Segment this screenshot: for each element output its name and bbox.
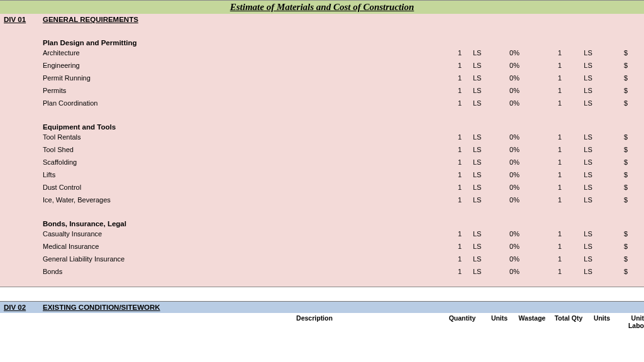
item-wastage: 0% bbox=[499, 133, 530, 141]
group-title: Plan Design and Permitting bbox=[43, 39, 644, 47]
item-cost: $ bbox=[606, 133, 633, 141]
item-description: Medical Insurance bbox=[43, 243, 449, 250]
item-totalqty: 1 bbox=[550, 158, 570, 166]
div01-name: GENERAL REQUIREMENTS bbox=[43, 16, 138, 23]
table-row: Permits1LS0%1LS$ bbox=[43, 84, 644, 97]
col-totalqty: Total Qty bbox=[550, 314, 587, 329]
item-wastage: 0% bbox=[499, 146, 530, 153]
item-totalqty: 1 bbox=[550, 133, 570, 141]
item-wastage: 0% bbox=[499, 87, 530, 94]
table-row: Casualty Insurance1LS0%1LS$ bbox=[43, 228, 644, 240]
item-qty: 1 bbox=[449, 268, 470, 275]
item-cost: $ bbox=[606, 74, 633, 82]
item-cost: $ bbox=[606, 184, 633, 191]
item-description: General Liability Insurance bbox=[43, 255, 449, 263]
item-wastage: 0% bbox=[499, 268, 530, 275]
item-units: LS bbox=[470, 74, 499, 82]
item-units: LS bbox=[470, 158, 499, 166]
item-cost: $ bbox=[606, 87, 633, 94]
item-description: Engineering bbox=[43, 62, 449, 69]
div01-section: DIV 01 GENERAL REQUIREMENTS Plan Design … bbox=[0, 14, 644, 287]
table-row: Ice, Water, Beverages1LS0%1LS$ bbox=[43, 194, 644, 206]
item-totalqty: 1 bbox=[550, 243, 570, 250]
item-qty: 1 bbox=[449, 74, 470, 82]
table-row: Scaffolding1LS0%1LS$ bbox=[43, 156, 644, 168]
div01-header: DIV 01 GENERAL REQUIREMENTS bbox=[0, 14, 644, 25]
item-qty: 1 bbox=[449, 87, 470, 94]
item-qty: 1 bbox=[449, 171, 470, 178]
table-row: Dust Control1LS0%1LS$ bbox=[43, 181, 644, 194]
item-units: LS bbox=[470, 255, 499, 263]
item-units: LS bbox=[470, 184, 499, 191]
group-title: Bonds, Insurance, Legal bbox=[43, 220, 644, 228]
item-units2: LS bbox=[570, 196, 606, 204]
div02-name: EXISTING CONDITION/SITEWORK bbox=[43, 304, 160, 311]
item-cost: $ bbox=[606, 255, 633, 263]
item-wastage: 0% bbox=[499, 158, 530, 166]
item-description: Permit Running bbox=[43, 74, 449, 82]
item-units2: LS bbox=[570, 146, 606, 153]
div01-code: DIV 01 bbox=[4, 16, 43, 23]
item-units2: LS bbox=[570, 230, 606, 238]
item-description: Plan Coordination bbox=[43, 99, 449, 107]
item-totalqty: 1 bbox=[550, 230, 570, 238]
item-totalqty: 1 bbox=[550, 74, 570, 82]
table-row: Permit Running1LS0%1LS$ bbox=[43, 72, 644, 84]
item-totalqty: 1 bbox=[550, 268, 570, 275]
item-totalqty: 1 bbox=[550, 196, 570, 204]
item-cost: $ bbox=[606, 62, 633, 69]
item-qty: 1 bbox=[449, 133, 470, 141]
item-units: LS bbox=[470, 196, 499, 204]
item-units2: LS bbox=[570, 87, 606, 94]
item-totalqty: 1 bbox=[550, 184, 570, 191]
item-units: LS bbox=[470, 49, 499, 57]
item-units: LS bbox=[470, 243, 499, 250]
item-totalqty: 1 bbox=[550, 255, 570, 263]
item-wastage: 0% bbox=[499, 230, 530, 238]
item-units2: LS bbox=[570, 133, 606, 141]
item-description: Tool Rentals bbox=[43, 133, 449, 141]
group-title: Equipment and Tools bbox=[43, 123, 644, 131]
table-row: Engineering1LS0%1LS$ bbox=[43, 59, 644, 72]
item-qty: 1 bbox=[449, 255, 470, 263]
item-cost: $ bbox=[606, 99, 633, 107]
item-units2: LS bbox=[570, 99, 606, 107]
col-quantity: Quantity bbox=[440, 314, 484, 329]
item-units2: LS bbox=[570, 243, 606, 250]
item-units: LS bbox=[470, 146, 499, 153]
group-block: Bonds, Insurance, LegalCasualty Insuranc… bbox=[0, 206, 644, 278]
item-wastage: 0% bbox=[499, 99, 530, 107]
item-cost: $ bbox=[606, 196, 633, 204]
item-totalqty: 1 bbox=[550, 171, 570, 178]
item-description: Dust Control bbox=[43, 184, 449, 191]
item-wastage: 0% bbox=[499, 243, 530, 250]
item-wastage: 0% bbox=[499, 184, 530, 191]
table-row: Architecture1LS0%1LS$ bbox=[43, 47, 644, 59]
item-description: Scaffolding bbox=[43, 158, 449, 166]
item-totalqty: 1 bbox=[550, 99, 570, 107]
item-units2: LS bbox=[570, 158, 606, 166]
item-wastage: 0% bbox=[499, 74, 530, 82]
item-description: Architecture bbox=[43, 49, 449, 57]
item-units2: LS bbox=[570, 49, 606, 57]
item-qty: 1 bbox=[449, 62, 470, 69]
group-block: Plan Design and PermittingArchitecture1L… bbox=[0, 25, 644, 109]
item-qty: 1 bbox=[449, 99, 470, 107]
item-description: Lifts bbox=[43, 171, 449, 178]
item-qty: 1 bbox=[449, 146, 470, 153]
item-units: LS bbox=[470, 230, 499, 238]
item-cost: $ bbox=[606, 243, 633, 250]
section-gap bbox=[0, 287, 644, 302]
item-cost: $ bbox=[606, 49, 633, 57]
item-wastage: 0% bbox=[499, 62, 530, 69]
item-units2: LS bbox=[570, 171, 606, 178]
item-wastage: 0% bbox=[499, 255, 530, 263]
item-units: LS bbox=[470, 87, 499, 94]
item-totalqty: 1 bbox=[550, 62, 570, 69]
item-qty: 1 bbox=[449, 243, 470, 250]
item-wastage: 0% bbox=[499, 171, 530, 178]
col-description: Description bbox=[0, 314, 440, 329]
item-description: Bonds bbox=[43, 268, 449, 275]
item-cost: $ bbox=[606, 230, 633, 238]
item-totalqty: 1 bbox=[550, 87, 570, 94]
